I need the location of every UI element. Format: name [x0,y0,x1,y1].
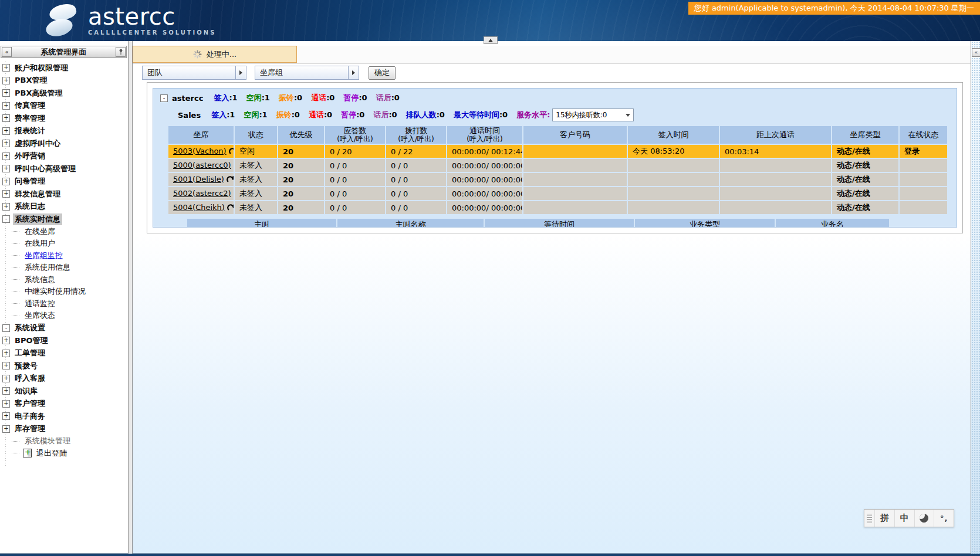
header-collapse-handle[interactable] [484,36,498,44]
sidebar-item-问卷管理[interactable]: +问卷管理 [2,175,128,188]
sidebar-item-费率管理[interactable]: +费率管理 [2,112,128,125]
cell-customer_number [523,173,628,186]
expand-icon[interactable]: + [2,64,10,72]
expand-icon[interactable]: + [2,102,10,110]
sidebar-item-预拨号[interactable]: +预拨号 [2,360,128,372]
sidebar-item-工单管理[interactable]: +工单管理 [2,347,128,360]
sidebar-item-虚拟呼叫中心[interactable]: +虚拟呼叫中心 [2,137,128,150]
expand-icon[interactable]: + [2,152,10,160]
column-header-subtitle: (呼入/呼出) [387,135,445,143]
sidebar-item-呼叫中心高级管理[interactable]: +呼叫中心高级管理 [2,162,128,175]
chevron-right-icon[interactable] [348,66,359,79]
sidebar-item-客户管理[interactable]: +客户管理 [2,398,128,411]
tree-connector [12,441,19,442]
sidebar-item-系统信息[interactable]: 系统信息 [2,274,128,286]
expand-icon[interactable]: + [2,114,10,122]
monitor-call-icon[interactable] [229,148,235,157]
agent-row-5001(Delisle): 5001(Delisle)未签入200 / 00 / 000:00:00/ 00… [168,173,947,186]
sidebar-item-BPO管理[interactable]: +BPO管理 [2,334,128,347]
cell-status: 未签入 [235,201,278,214]
expand-icon[interactable]: + [2,165,10,172]
expand-icon[interactable]: + [2,425,10,433]
cell-agent: 5000(astercc0) [168,159,235,172]
sidebar-item-系统使用信息[interactable]: 系统使用信息 [2,262,128,274]
sidebar-item-系统模块管理[interactable]: 系统模块管理 [2,435,128,447]
sidebar-item-系统日志[interactable]: +系统日志 [2,201,128,213]
right-panel-collapse-button[interactable]: « [972,48,980,57]
agent-link[interactable]: 5003(Vachon) [173,147,227,155]
sidebar-item-传真管理[interactable]: +传真管理 [2,100,128,113]
team-dropdown[interactable]: 团队 [142,66,246,80]
stat-label: 排队人数 [406,110,437,119]
ime-pinyin-button[interactable]: 拼 [875,510,895,527]
expand-icon[interactable]: + [2,387,10,395]
expand-icon[interactable]: + [2,412,10,420]
stat-label: 通话 [309,110,324,119]
agent-link[interactable]: 5004(Cheikh) [173,203,225,212]
column-header-title: 在线状态 [901,131,946,139]
ime-language-button[interactable]: 中 [895,510,915,527]
sidebar-item-PBX高级管理[interactable]: +PBX高级管理 [2,87,128,100]
expand-icon[interactable]: + [2,127,10,135]
expand-icon[interactable]: + [2,190,10,198]
stat-value: :0 [356,110,364,119]
expand-icon[interactable]: + [2,140,10,147]
sidebar-item-群发信息管理[interactable]: +群发信息管理 [2,188,128,201]
sidebar-item-中继实时使用情况[interactable]: 中继实时使用情况 [2,286,128,298]
agent-link[interactable]: 5000(astercc0) [173,161,231,169]
ime-punctuation-button[interactable]: °, [934,510,954,527]
collapse-icon[interactable]: - [2,215,10,223]
sidebar-item-呼入客服[interactable]: +呼入客服 [2,372,128,385]
group-collapse-icon[interactable]: - [160,94,168,102]
sidebar-item-电子商务[interactable]: +电子商务 [2,410,128,423]
agent-link[interactable]: 5002(astercc2) [173,189,231,198]
arrow-up-icon [488,39,493,42]
ime-drag-handle[interactable] [864,510,875,527]
sidebar-item-PBX管理[interactable]: +PBX管理 [2,74,128,87]
sidebar-item-在线坐席[interactable]: 在线坐席 [2,226,128,238]
stat-振铃: 振铃:0 [276,110,300,120]
expand-icon[interactable]: + [2,77,10,84]
monitor-call-icon[interactable] [227,176,234,185]
expand-icon[interactable]: + [2,337,10,344]
stat-签入: 签入:1 [214,93,237,103]
pin-icon[interactable] [116,47,126,57]
sidebar-splitter[interactable] [129,41,133,554]
processing-tab[interactable]: 处理中... [133,46,297,63]
expand-icon[interactable]: + [2,362,10,369]
column-header-优先级: 优先级 [278,126,325,144]
ime-fullwidth-button[interactable] [915,510,935,527]
cell-last_call_gap [720,201,832,214]
agent-link[interactable]: 5001(Delisle) [173,175,224,184]
cell-online_status [900,201,947,214]
expand-icon[interactable]: + [2,89,10,97]
sidebar-item-外呼营销[interactable]: +外呼营销 [2,150,128,163]
sidebar-item-坐席状态[interactable]: 坐席状态 [2,310,128,322]
confirm-button[interactable]: 确定 [369,66,396,80]
collapse-icon[interactable]: - [2,324,10,332]
right-panel-collapsed: « [971,41,980,554]
sidebar-item-系统设置[interactable]: -系统设置 [2,322,128,335]
stat-value: :0 [437,110,445,119]
chevron-right-icon[interactable] [235,66,246,79]
sidebar-item-库存管理[interactable]: +库存管理 [2,423,128,436]
expand-icon[interactable]: + [2,203,10,211]
agent-group-dropdown[interactable]: 坐席组 [255,66,359,80]
sidebar-item-系统实时信息[interactable]: -系统实时信息 [2,213,128,226]
sidebar-item-在线用户[interactable]: 在线用户 [2,238,128,250]
cell-agent_type: 动态/在线 [832,187,900,200]
sidebar-item-知识库[interactable]: +知识库 [2,385,128,398]
service-level-select[interactable]: 15秒内接听数:0 [552,109,634,121]
sidebar-item-退出登陆[interactable]: 退出登陆 [2,447,128,460]
sidebar-item-账户和权限管理[interactable]: +账户和权限管理 [2,62,128,74]
expand-icon[interactable]: + [2,350,10,357]
sidebar-item-报表统计[interactable]: +报表统计 [2,125,128,138]
monitor-call-icon[interactable] [227,204,235,213]
cell-login_time [628,173,720,186]
sidebar-item-通话监控[interactable]: 通话监控 [2,298,128,310]
sidebar-item-坐席组监控[interactable]: 坐席组监控 [2,250,128,262]
sidebar-collapse-button[interactable]: « [2,47,12,57]
expand-icon[interactable]: + [2,178,10,185]
expand-icon[interactable]: + [2,375,10,382]
expand-icon[interactable]: + [2,400,10,408]
